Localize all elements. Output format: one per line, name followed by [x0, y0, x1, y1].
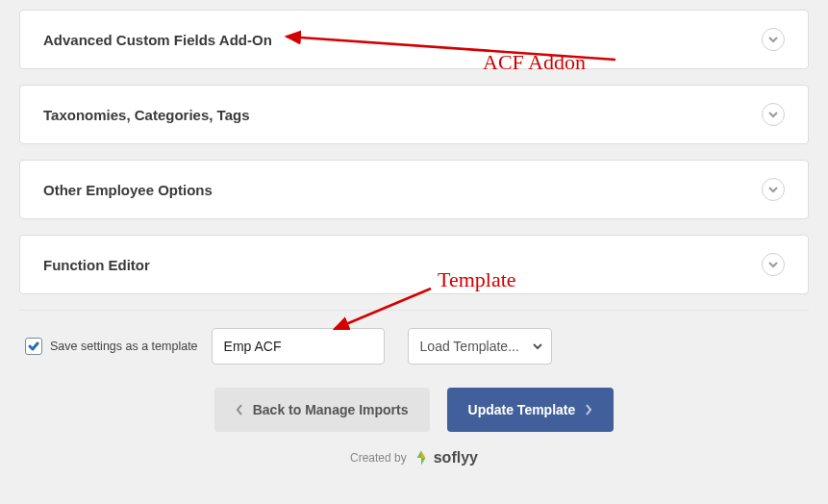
footer-created-by: Created by: [350, 451, 407, 465]
chevron-down-icon: [762, 253, 785, 276]
template-row: Save settings as a template Load Templat…: [19, 324, 809, 382]
footer: Created by soflyy: [19, 447, 809, 474]
chevron-down-icon: [762, 103, 785, 126]
panel-taxonomies[interactable]: Taxonomies, Categories, Tags: [19, 85, 809, 144]
save-template-label: Save settings as a template: [50, 340, 198, 353]
save-template-option[interactable]: Save settings as a template: [25, 338, 198, 355]
chevron-left-icon: [236, 404, 243, 416]
back-button[interactable]: Back to Manage Imports: [214, 388, 430, 432]
panel-function-editor-title: Function Editor: [43, 257, 150, 273]
load-template-selected: Load Template...: [420, 339, 519, 354]
save-template-checkbox[interactable]: [25, 338, 42, 355]
panel-acf[interactable]: Advanced Custom Fields Add-On: [19, 10, 809, 69]
panel-taxonomies-title: Taxonomies, Categories, Tags: [43, 107, 250, 123]
chevron-down-icon: [762, 28, 785, 51]
chevron-down-icon: [762, 178, 785, 201]
action-buttons: Back to Manage Imports Update Template: [19, 382, 809, 447]
load-template-select[interactable]: Load Template...: [408, 328, 552, 365]
update-template-button[interactable]: Update Template: [447, 388, 615, 432]
chevron-right-icon: [585, 404, 592, 416]
template-name-input[interactable]: [212, 328, 385, 365]
soflyy-icon: [413, 449, 430, 466]
section-divider: [19, 310, 809, 311]
update-button-label: Update Template: [468, 402, 576, 417]
panel-other-options-title: Other Employee Options: [43, 182, 213, 198]
panel-other-options[interactable]: Other Employee Options: [19, 160, 809, 219]
brand-logo: soflyy: [413, 449, 478, 466]
brand-name: soflyy: [434, 449, 478, 466]
panel-function-editor[interactable]: Function Editor: [19, 235, 809, 294]
back-button-label: Back to Manage Imports: [253, 402, 409, 417]
panel-acf-title: Advanced Custom Fields Add-On: [43, 32, 272, 48]
